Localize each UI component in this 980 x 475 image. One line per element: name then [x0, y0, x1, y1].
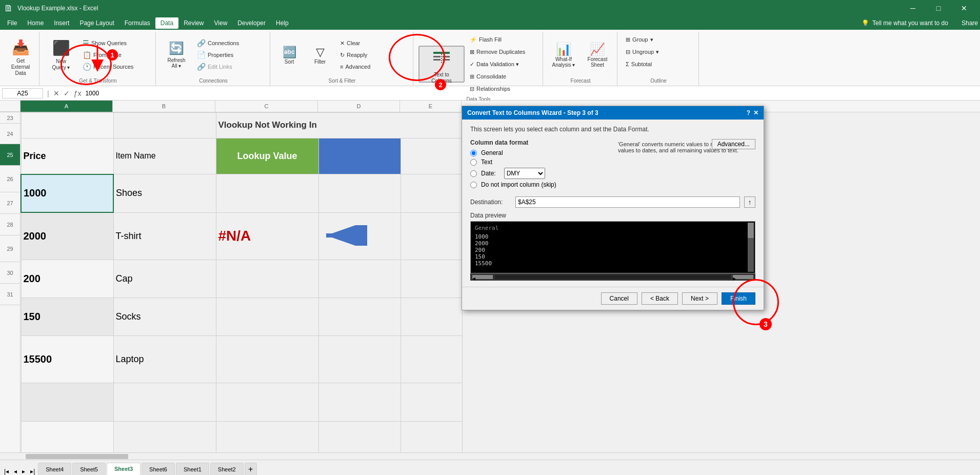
preview-scroll-right[interactable]: ▸	[733, 275, 753, 279]
cell-e28[interactable]	[401, 298, 462, 335]
preview-scroll-track[interactable]	[495, 275, 731, 279]
minimize-button[interactable]: ─	[901, 0, 925, 16]
cell-b29[interactable]: Laptop	[113, 336, 216, 383]
menu-data[interactable]: Data	[155, 17, 178, 29]
menu-file[interactable]: File	[2, 17, 22, 29]
destination-picker-button[interactable]: ↑	[744, 196, 755, 208]
preview-scrollbar-h[interactable]: ◂ ▸	[470, 273, 755, 281]
tab-nav-next[interactable]: ▸	[20, 468, 27, 475]
confirm-formula-icon[interactable]: ✓	[64, 89, 70, 97]
row-header-29[interactable]: 29	[0, 235, 20, 262]
horizontal-scroll-thumb[interactable]	[26, 454, 128, 459]
cell-d24[interactable]	[318, 138, 401, 174]
cell-c29[interactable]	[216, 336, 318, 383]
cell-e26[interactable]	[401, 212, 462, 260]
cell-d28[interactable]	[318, 298, 401, 335]
cell-c27[interactable]	[216, 260, 318, 298]
back-button[interactable]: < Back	[642, 292, 678, 305]
cell-d29[interactable]	[318, 336, 401, 383]
get-external-data-btn[interactable]: 📥 Get ExternalData	[6, 39, 35, 76]
cell-b26[interactable]: T-shirt	[113, 212, 216, 260]
radio-general-label[interactable]: General	[481, 149, 503, 156]
tab-sheet1[interactable]: Sheet1	[176, 463, 209, 475]
cell-b30[interactable]	[113, 383, 216, 421]
cell-a30[interactable]	[21, 383, 113, 421]
menu-page-layout[interactable]: Page Layout	[74, 17, 119, 29]
radio-general[interactable]	[470, 150, 477, 156]
cell-e24[interactable]	[401, 138, 462, 174]
what-if-btn[interactable]: 📊 What-IfAnalysis ▾	[548, 36, 579, 73]
cancel-formula-icon[interactable]: ✕	[53, 89, 59, 97]
radio-skip-label[interactable]: Do not import column (skip)	[481, 181, 556, 188]
cell-c24[interactable]: Lookup Value	[216, 138, 318, 174]
cell-d30[interactable]	[318, 383, 401, 421]
cell-b27[interactable]: Cap	[113, 260, 216, 298]
menu-developer[interactable]: Developer	[232, 17, 271, 29]
row-header-25[interactable]: 25	[0, 144, 20, 166]
properties-btn[interactable]: 📄 Properties	[194, 49, 266, 61]
menu-help[interactable]: Help	[271, 17, 294, 29]
radio-text-label[interactable]: Text	[481, 159, 492, 166]
recent-sources-btn[interactable]: 🕐 Recent Sources	[79, 61, 151, 72]
flash-fill-btn[interactable]: ⚡ Flash Fill	[467, 34, 538, 45]
col-header-a[interactable]: A	[21, 101, 113, 112]
cell-b28[interactable]: Socks	[113, 298, 216, 335]
add-sheet-button[interactable]: +	[245, 463, 257, 475]
horizontal-scrollbar[interactable]	[0, 452, 980, 460]
col-header-c[interactable]: C	[215, 101, 318, 112]
cell-e25[interactable]	[401, 174, 462, 212]
col-header-d[interactable]: D	[318, 101, 400, 112]
menu-view[interactable]: View	[209, 17, 233, 29]
cell-b24[interactable]: Item Name	[113, 138, 216, 174]
edit-links-btn[interactable]: 🔗 Edit Links	[194, 61, 266, 72]
tab-sheet6[interactable]: Sheet6	[142, 463, 175, 475]
tab-sheet2[interactable]: Sheet2	[210, 463, 244, 475]
cell-a29[interactable]: 15500	[21, 336, 113, 383]
sort-btn[interactable]: 🔤 Sort	[275, 36, 303, 73]
consolidate-btn[interactable]: ⊞ Consolidate	[467, 71, 538, 82]
dialog-help-button[interactable]: ?	[747, 109, 750, 116]
radio-date[interactable]	[470, 170, 477, 177]
finish-button[interactable]: Finish	[722, 292, 755, 305]
close-button[interactable]: ✕	[952, 0, 976, 16]
row-header-24[interactable]: 24	[0, 124, 20, 144]
row-header-23[interactable]: 23	[0, 112, 20, 124]
refresh-all-btn[interactable]: 🔄 RefreshAll ▾	[161, 36, 192, 73]
tab-nav-first[interactable]: |◂	[2, 468, 11, 475]
dialog-close-button[interactable]: ✕	[753, 109, 758, 116]
cell-b25[interactable]: Shoes	[113, 174, 216, 212]
cell-a27[interactable]: 200	[21, 260, 113, 298]
date-format-select[interactable]: DMY MDY YMD	[504, 168, 545, 179]
tab-nav-last[interactable]: ▸|	[28, 468, 37, 475]
new-query-btn[interactable]: ⬛ NewQuery ▾	[45, 36, 77, 73]
cell-c28[interactable]	[216, 298, 318, 335]
name-box[interactable]	[2, 88, 43, 98]
group-btn[interactable]: ⊞ Group ▾	[623, 34, 694, 45]
row-header-27[interactable]: 27	[0, 192, 20, 214]
next-button[interactable]: Next >	[682, 292, 717, 305]
col-header-b[interactable]: B	[113, 101, 215, 112]
radio-skip[interactable]	[470, 182, 477, 188]
advanced-btn[interactable]: ≡ Advanced	[337, 61, 409, 72]
cell-d26[interactable]	[318, 212, 401, 260]
forecast-sheet-btn[interactable]: 📈 ForecastSheet	[582, 36, 613, 73]
row-header-30[interactable]: 30	[0, 262, 20, 284]
cell-c30[interactable]	[216, 383, 318, 421]
menu-formulas[interactable]: Formulas	[119, 17, 155, 29]
radio-date-label[interactable]: Date:	[481, 170, 496, 177]
destination-input[interactable]	[515, 196, 740, 208]
cell-e30[interactable]	[401, 383, 462, 421]
menu-insert[interactable]: Insert	[49, 17, 74, 29]
preview-scroll-left[interactable]: ◂	[472, 275, 493, 279]
tab-sheet4[interactable]: Sheet4	[38, 463, 71, 475]
cell-a25[interactable]: 1000	[21, 174, 113, 212]
connections-btn[interactable]: 🔗 Connections	[194, 37, 266, 49]
get-external-data-button[interactable]: 📥 Get ExternalData	[6, 34, 35, 82]
row-header-28[interactable]: 28	[0, 214, 20, 235]
preview-scroll-thumb-v[interactable]	[748, 223, 754, 238]
row-header-31[interactable]: 31	[0, 284, 20, 305]
ungroup-btn[interactable]: ⊟ Ungroup ▾	[623, 46, 694, 57]
select-all-corner[interactable]	[0, 101, 21, 112]
clear-btn[interactable]: ✕ Clear	[337, 37, 409, 49]
maximize-button[interactable]: □	[927, 0, 950, 16]
